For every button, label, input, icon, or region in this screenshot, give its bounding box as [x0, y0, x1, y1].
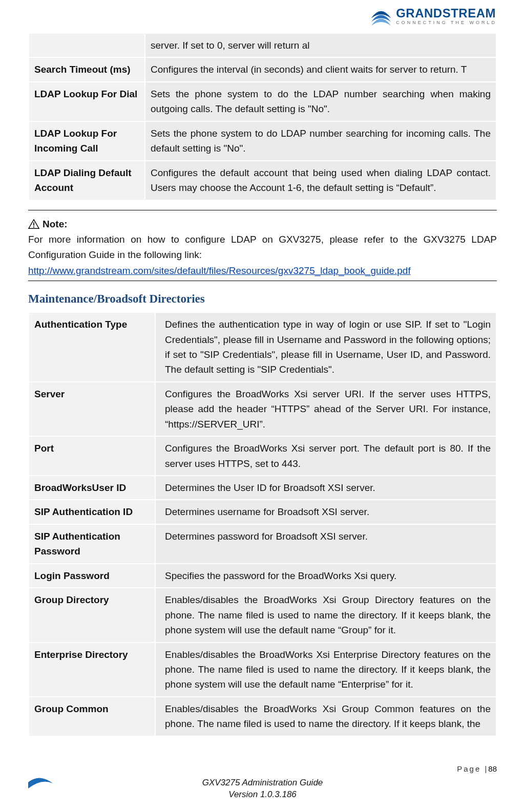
table-row: LDAP Lookup For Incoming CallSets the ph…	[29, 122, 496, 160]
divider	[28, 210, 497, 210]
param-desc: Configures the interval (in seconds) and…	[145, 58, 496, 81]
brand-tagline: CONNECTING THE WORLD	[396, 20, 497, 25]
param-label: Server	[29, 382, 155, 436]
param-desc: Enables/disables the BroadWorks Xsi Ente…	[156, 643, 496, 696]
table-row: PortConfigures the BroadWorks Xsi server…	[29, 437, 496, 475]
table-row: ServerConfigures the BroadWorks Xsi serv…	[29, 382, 496, 436]
param-label: Authentication Type	[29, 313, 155, 381]
broadsoft-table: Authentication TypeDefines the authentic…	[28, 312, 497, 737]
divider	[28, 281, 497, 281]
param-desc: Defines the authentication type in way o…	[156, 313, 496, 381]
brand-text: GRANDSTREAM CONNECTING THE WORLD	[396, 7, 497, 25]
note-link[interactable]: http://www.grandstream.com/sites/default…	[28, 265, 411, 276]
param-desc: server. If set to 0, server will return …	[145, 34, 496, 57]
table-row: BroadWorksUser IDDetermines the User ID …	[29, 476, 496, 499]
param-label: LDAP Lookup For Incoming Call	[29, 122, 144, 160]
param-desc: Configures the BroadWorks Xsi server URI…	[156, 382, 496, 436]
table-row: SIP Authentication IDDetermines username…	[29, 500, 496, 523]
grandstream-mark-icon	[369, 4, 393, 28]
ldap-table: server. If set to 0, server will return …	[28, 33, 497, 201]
param-label: LDAP Lookup For Dial	[29, 82, 144, 121]
table-row: Group CommonEnables/disables the BroadWo…	[29, 697, 496, 736]
page-num: 88	[488, 764, 497, 773]
brand-name: GRANDSTREAM	[396, 7, 497, 19]
param-desc: Configures the BroadWorks Xsi server por…	[156, 437, 496, 475]
note-title-row: Note:	[28, 217, 497, 232]
svg-point-1	[33, 226, 34, 227]
param-desc: Sets the phone system to do LDAP number …	[145, 122, 496, 160]
param-desc: Determines username for Broadsoft XSI se…	[156, 500, 496, 523]
param-desc: Specifies the password for the BroadWork…	[156, 564, 496, 587]
param-label: Port	[29, 437, 155, 475]
section-title: Maintenance/Broadsoft Directories	[28, 292, 497, 306]
page-number: Page |88	[28, 764, 497, 773]
table-row: Search Timeout (ms)Configures the interv…	[29, 58, 496, 81]
page: GRANDSTREAM CONNECTING THE WORLD server.…	[0, 0, 525, 812]
param-label: Group Common	[29, 697, 155, 736]
table-row: Group DirectoryEnables/disables the Broa…	[29, 588, 496, 642]
table-row: Authentication TypeDefines the authentic…	[29, 313, 496, 381]
footer-center: GXV3275 Administration Guide Version 1.0…	[54, 773, 471, 801]
header: GRANDSTREAM CONNECTING THE WORLD	[28, 0, 497, 33]
warning-icon	[28, 219, 39, 229]
footer: Page |88 GXV3275 Administration Guide Ve…	[0, 764, 525, 801]
note-block: Note: For more information on how to con…	[28, 217, 497, 279]
param-label	[29, 34, 144, 57]
param-desc: Determines the User ID for Broadsoft XSI…	[156, 476, 496, 499]
table-row: SIP Authentication PasswordDetermines pa…	[29, 525, 496, 563]
param-label: Enterprise Directory	[29, 643, 155, 696]
brand-logo: GRANDSTREAM CONNECTING THE WORLD	[369, 4, 497, 28]
note-body: For more information on how to configure…	[28, 232, 497, 263]
table-row: LDAP Dialing Default AccountConfigures t…	[29, 161, 496, 200]
note-title: Note:	[43, 217, 68, 232]
param-desc: Configures the default account that bein…	[145, 161, 496, 200]
page-label: Page |	[457, 764, 488, 773]
doc-version: Version 1.0.3.186	[54, 789, 471, 801]
param-label: LDAP Dialing Default Account	[29, 161, 144, 200]
param-desc: Enables/disables the BroadWorks Xsi Grou…	[156, 588, 496, 642]
footer-flag-icon	[28, 777, 54, 801]
param-label: BroadWorksUser ID	[29, 476, 155, 499]
table-row: Login PasswordSpecifies the password for…	[29, 564, 496, 587]
table-row: server. If set to 0, server will return …	[29, 34, 496, 57]
param-label: SIP Authentication Password	[29, 525, 155, 563]
param-label: Search Timeout (ms)	[29, 58, 144, 81]
param-label: Login Password	[29, 564, 155, 587]
param-desc: Enables/disables the BroadWorks Xsi Grou…	[156, 697, 496, 736]
param-label: SIP Authentication ID	[29, 500, 155, 523]
param-desc: Determines password for Broadsoft XSI se…	[156, 525, 496, 563]
param-desc: Sets the phone system to do the LDAP num…	[145, 82, 496, 121]
param-label: Group Directory	[29, 588, 155, 642]
doc-title: GXV3275 Administration Guide	[54, 777, 471, 789]
table-row: LDAP Lookup For DialSets the phone syste…	[29, 82, 496, 121]
table-row: Enterprise DirectoryEnables/disables the…	[29, 643, 496, 696]
